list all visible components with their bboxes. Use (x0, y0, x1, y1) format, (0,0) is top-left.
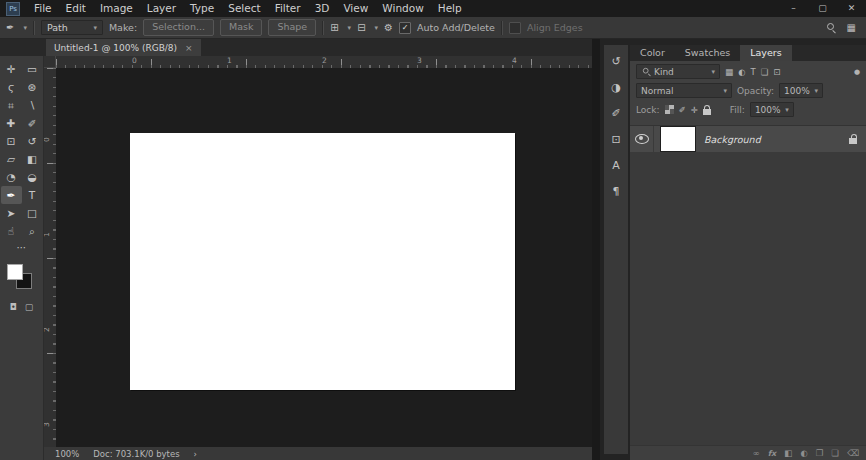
adjustment-layer-icon[interactable]: ◐ (800, 448, 807, 458)
link-layers-icon[interactable]: ∞ (753, 448, 760, 458)
clone-stamp-tool-icon[interactable]: ⊡ (1, 132, 22, 150)
opacity-field[interactable]: 100% ▾ (779, 83, 823, 98)
tool-mode-select[interactable]: Path ▾ (41, 20, 103, 35)
brush-settings-panel-icon[interactable]: ✐ (611, 107, 620, 120)
chevron-down-icon: ▾ (723, 87, 727, 95)
foreground-color-swatch[interactable] (7, 264, 23, 280)
filter-shape-layers-icon[interactable]: ❏ (761, 67, 769, 77)
blur-tool-icon[interactable]: ◔ (1, 168, 22, 186)
path-selection-tool-icon[interactable]: ➤ (1, 204, 22, 222)
shape-tool-icon[interactable]: □ (22, 204, 43, 222)
ruler-number: 4 (512, 56, 517, 65)
layer-thumbnail[interactable] (660, 126, 696, 152)
app-icon[interactable]: Ps (6, 2, 20, 16)
menu-layer[interactable]: Layer (140, 0, 183, 17)
maximize-button[interactable]: ▢ (808, 0, 837, 17)
crop-tool-icon[interactable]: ⌗ (1, 96, 22, 114)
canvas-area[interactable] (56, 68, 592, 447)
close-button[interactable]: ✕ (837, 0, 866, 17)
menu-edit[interactable]: Edit (59, 0, 93, 17)
tools-panel: ✛ ▭ ϛ ⊛ ⌗ ∖ ✚ ✐ ⊡ ↺ ▱ ◧ ◔ ◒ ✒ T ➤ □ ☝ ⌕ … (0, 56, 44, 460)
lock-position-icon[interactable]: ✛ (691, 105, 698, 115)
filter-smart-objects-icon[interactable]: ⊡ (773, 67, 780, 77)
paragraph-panel-icon[interactable]: ¶ (613, 185, 620, 198)
quick-mask-icon[interactable]: ◘ (10, 302, 17, 312)
filter-adjustment-layers-icon[interactable]: ◐ (738, 67, 745, 77)
eyedropper-tool-icon[interactable]: ∖ (22, 96, 43, 114)
menu-view[interactable]: View (336, 0, 375, 17)
make-shape-button[interactable]: Shape (268, 19, 316, 36)
pen-tool-icon[interactable]: ✒ (1, 186, 22, 204)
lock-all-icon[interactable] (703, 109, 711, 115)
search-icon[interactable] (826, 22, 837, 33)
auto-add-delete-checkbox[interactable]: ✓ (399, 22, 411, 34)
menu-type[interactable]: Type (183, 0, 221, 17)
healing-brush-tool-icon[interactable]: ✚ (1, 114, 22, 132)
align-edges-checkbox[interactable]: ✓ (509, 22, 521, 34)
zoom-tool-icon[interactable]: ⌕ (22, 222, 43, 240)
filter-pixel-layers-icon[interactable]: ▦ (725, 67, 733, 77)
brush-tool-icon[interactable]: ✐ (22, 114, 43, 132)
chevron-down-icon[interactable]: ▾ (348, 24, 352, 32)
layer-style-icon[interactable]: fx (768, 449, 777, 458)
chevron-down-icon[interactable]: ▾ (375, 24, 379, 32)
layer-mask-icon[interactable]: ◧ (784, 448, 792, 458)
vertical-ruler: 0 1 2 3 (44, 68, 56, 447)
fill-field[interactable]: 100% ▾ (750, 102, 794, 117)
character-panel-icon[interactable]: A (612, 159, 620, 172)
minimize-button[interactable]: – (779, 0, 808, 17)
move-tool-icon[interactable]: ✛ (1, 60, 22, 78)
tab-layers[interactable]: Layers (740, 45, 791, 61)
properties-panel-icon[interactable]: ◑ (611, 81, 621, 94)
menu-file[interactable]: File (27, 0, 59, 17)
lasso-tool-icon[interactable]: ϛ (1, 78, 22, 96)
path-alignment-icon[interactable]: ⊟ (357, 22, 365, 33)
gradient-tool-icon[interactable]: ◧ (22, 150, 43, 168)
screen-mode-icon[interactable]: ▢ (25, 302, 34, 312)
type-tool-icon[interactable]: T (22, 186, 43, 204)
quick-selection-tool-icon[interactable]: ⊛ (22, 78, 43, 96)
history-panel-icon[interactable]: ↺ (611, 55, 620, 68)
status-bar: 100% Doc: 703.1K/0 bytes › (44, 447, 592, 460)
tool-preset-icon[interactable]: ✒ (6, 22, 14, 33)
eraser-tool-icon[interactable]: ▱ (1, 150, 22, 168)
document-tab[interactable]: Untitled-1 @ 100% (RGB/8) × (46, 39, 201, 56)
path-operations-icon[interactable]: ⊞ (330, 22, 338, 33)
menu-window[interactable]: Window (375, 0, 430, 17)
workspace-icon[interactable]: ▦ (847, 22, 856, 33)
history-brush-tool-icon[interactable]: ↺ (22, 132, 43, 150)
clone-source-panel-icon[interactable]: ⊡ (611, 133, 620, 146)
menu-3d[interactable]: 3D (308, 0, 337, 17)
filter-type-layers-icon[interactable]: T (750, 67, 755, 77)
hand-tool-icon[interactable]: ☝ (1, 222, 22, 240)
document-canvas[interactable] (130, 133, 515, 390)
menu-help[interactable]: Help (431, 0, 469, 17)
tab-close-icon[interactable]: × (185, 43, 193, 53)
ruler-number: 3 (417, 56, 422, 65)
visibility-toggle[interactable] (630, 126, 654, 152)
layer-group-icon[interactable]: ❐ (816, 448, 824, 458)
make-mask-button[interactable]: Mask (220, 19, 262, 36)
doc-size-info[interactable]: Doc: 703.1K/0 bytes (93, 449, 179, 459)
tab-swatches[interactable]: Swatches (675, 45, 740, 61)
layer-row-background[interactable]: Background (630, 126, 866, 152)
gear-icon[interactable]: ⚙ (384, 22, 393, 33)
tool-preset-caret-icon[interactable]: ▾ (23, 24, 27, 32)
edit-toolbar-icon[interactable]: ⋯ (0, 240, 43, 256)
menu-filter[interactable]: Filter (268, 0, 308, 17)
tab-color[interactable]: Color (630, 45, 675, 61)
dodge-tool-icon[interactable]: ◒ (22, 168, 43, 186)
new-layer-icon[interactable]: ❏ (831, 448, 839, 458)
menu-select[interactable]: Select (221, 0, 267, 17)
lock-pixels-icon[interactable]: ✐ (679, 105, 686, 115)
zoom-level-field[interactable]: 100% (55, 449, 79, 459)
lock-transparency-icon[interactable] (665, 105, 674, 114)
blend-mode-select[interactable]: Normal ▾ (636, 83, 732, 98)
filter-toggle-icon[interactable]: ● (854, 68, 860, 76)
menu-image[interactable]: Image (93, 0, 140, 17)
status-chevron-icon[interactable]: › (194, 449, 197, 459)
delete-layer-icon[interactable]: ⌫ (847, 448, 859, 458)
make-selection-button[interactable]: Selection... (143, 19, 214, 36)
kind-filter-select[interactable]: Kind ▾ (636, 64, 720, 79)
marquee-tool-icon[interactable]: ▭ (22, 60, 43, 78)
